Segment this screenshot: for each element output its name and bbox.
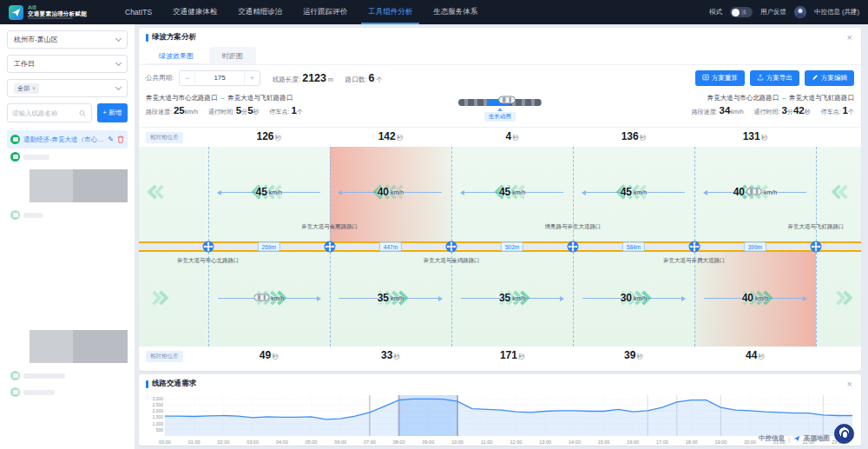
category-tag: 全部× (14, 83, 39, 94)
delete-icon[interactable] (117, 135, 124, 143)
phase-offset-value: 39秒 (624, 349, 643, 361)
feedback-link[interactable]: 用户反馈 (760, 8, 786, 17)
phase-offset-badge: 相对相位差 (146, 351, 183, 362)
segment-speed-label: 40km/h (378, 186, 404, 198)
car-icon[interactable] (498, 92, 516, 108)
reverse-direction: 奔竞大道与市心北路路口 ← 奔竞大道与飞虹路路口 路段速度: 34km/h 通行… (563, 94, 854, 116)
route-type-icon (10, 371, 20, 380)
export-scheme-button[interactable]: 方案导出 (750, 70, 799, 86)
intersection-name: 奔竞大道与市心北路路口 (177, 257, 240, 265)
redacted-block (30, 330, 128, 363)
nav-tab-4[interactable]: 运行跟踪评价 (303, 0, 347, 24)
recalc-scheme-button[interactable]: 方案重算 (695, 70, 745, 86)
intersection-icon[interactable] (202, 241, 214, 253)
svg-text:07:00: 07:00 (364, 439, 376, 445)
svg-text:19:00: 19:00 (714, 439, 727, 445)
analysis-title: 绿波方案分析 (152, 32, 845, 43)
analysis-tab-2[interactable]: 时距图 (209, 47, 256, 64)
close-icon[interactable]: × (845, 380, 854, 389)
segment-speed-label: 35km/h (378, 292, 404, 304)
route-length-metric: 线路长度: 2123 m (273, 72, 333, 84)
route-item-faded[interactable] (7, 149, 128, 165)
nav-tab-1[interactable]: ChatITS (125, 0, 152, 24)
nav-tab-2[interactable]: 交通健康体检 (173, 0, 217, 24)
segment-speed-label: 45km/h (499, 186, 526, 198)
title-accent-bar (146, 380, 148, 388)
segment-speed-label: 45km/h (621, 186, 648, 198)
mode-label: 模式 (709, 8, 722, 17)
search-icon (79, 109, 86, 117)
intersection-name: 奔竞大道与奔腾大道路口 (663, 257, 726, 265)
close-icon[interactable]: × (845, 33, 854, 43)
analysis-toolbar: 公共周期: − 175 + 线路长度: 2123 m 路口数: 6 个 (139, 65, 861, 91)
intersection-icon[interactable] (567, 241, 579, 253)
phase-offset-value: 142秒 (378, 130, 404, 142)
svg-text:1,500: 1,500 (152, 414, 163, 419)
nav-tab-6[interactable]: 生态服务体系 (433, 0, 477, 24)
daytype-select[interactable]: 工作日 (7, 55, 128, 73)
greenwave-chevrons (151, 293, 165, 303)
stepper-minus-button[interactable]: − (180, 74, 194, 83)
route-list: 通勤经济-奔竞大道（市心北路路口-…✎ (7, 130, 128, 149)
intersection-icon[interactable] (810, 241, 822, 253)
intersection-name: 奔竞大道与金鸡路路口 (424, 257, 480, 265)
svg-text:08:00: 08:00 (393, 439, 405, 445)
segment-distance-badge: 399m (744, 242, 766, 252)
avatar[interactable] (794, 6, 806, 18)
phase-offset-value: 49秒 (260, 349, 279, 361)
route-search[interactable] (7, 103, 92, 122)
junction-count-metric: 路口数: 6 个 (345, 72, 383, 84)
category-select[interactable]: 全部× (7, 79, 128, 97)
search-input[interactable] (12, 109, 79, 117)
scheme-buttons: 方案重算方案导出方案编辑 (695, 70, 854, 86)
svg-text:15:00: 15:00 (598, 439, 610, 445)
route-item-faded[interactable] (7, 384, 128, 400)
route-type-icon (10, 135, 20, 144)
analysis-tabs: 绿波效果图时距图 (139, 47, 861, 65)
amap-mascot-logo[interactable] (834, 424, 854, 444)
stepper-plus-button[interactable]: + (245, 74, 260, 83)
logo-subtitle: 交通要素治理分析赋能 (28, 10, 87, 17)
analysis-tab-1[interactable]: 绿波效果图 (146, 47, 207, 64)
segment-distance-badge: 584m (622, 242, 645, 252)
account-name[interactable]: 中控信息 (共建) (814, 8, 859, 17)
phase-offset-value: 44秒 (746, 349, 765, 361)
demand-chart[interactable]: 5001,0001,5002,0002,5003,00000:0001:0002… (139, 392, 861, 446)
route-list-item[interactable]: 通勤经济-奔竞大道（市心北路路口-…✎ (7, 130, 128, 149)
animation-slider[interactable]: 生长动画 (437, 94, 564, 122)
segment-distance-badge: 269m (258, 242, 280, 252)
svg-text:14:00: 14:00 (569, 439, 581, 445)
slider-track[interactable] (458, 99, 542, 106)
app-logo[interactable]: 高德 交通要素治理分析赋能 (9, 5, 111, 20)
cycle-stepper[interactable]: − 175 + (179, 70, 260, 86)
intersection-icon[interactable] (688, 241, 700, 253)
svg-text:00:00: 00:00 (159, 439, 171, 445)
route-item-faded[interactable] (7, 367, 128, 384)
edit-icon[interactable]: ✎ (108, 135, 114, 143)
phase-offset-badge: 相对相位差 (146, 132, 183, 143)
theme-toggle[interactable]: 浅 (730, 7, 753, 17)
route-name: 通勤经济-奔竞大道（市心北路路口-… (23, 135, 104, 144)
recalc-icon (702, 74, 709, 83)
greenwave-diagram[interactable]: 奔竞大道与市心北路路口奔竞大道与金惠路路口奔竞大道与金鸡路路口博奥路与奔竞大道路… (139, 147, 861, 347)
nav-tab-3[interactable]: 交通精细诊治 (238, 0, 282, 24)
route-type-icon (10, 387, 20, 397)
nav-tab-5[interactable]: 工具组件分析 (368, 0, 412, 24)
svg-text:10:00: 10:00 (451, 439, 464, 445)
redacted-block (30, 169, 128, 202)
segment-speed-label: 40km/h (742, 292, 769, 304)
edit-scheme-button[interactable]: 方案编辑 (805, 70, 854, 86)
svg-text:06:00: 06:00 (334, 439, 346, 445)
phase-offset-value: 126秒 (256, 130, 281, 142)
route-item-faded[interactable] (7, 207, 128, 223)
intersection-icon[interactable] (324, 241, 336, 253)
phase-offset-value: 171秒 (500, 349, 525, 361)
svg-text:20:00: 20:00 (744, 439, 756, 445)
intersection-icon[interactable] (445, 241, 457, 253)
svg-text:2,500: 2,500 (152, 402, 163, 407)
tag-close-icon[interactable]: × (32, 85, 36, 91)
region-select[interactable]: 杭州市-萧山区 (7, 30, 128, 49)
segment-speed-label: km/h (253, 294, 284, 302)
car-icon (253, 294, 269, 302)
add-route-button[interactable]: + 新增 (97, 103, 128, 122)
